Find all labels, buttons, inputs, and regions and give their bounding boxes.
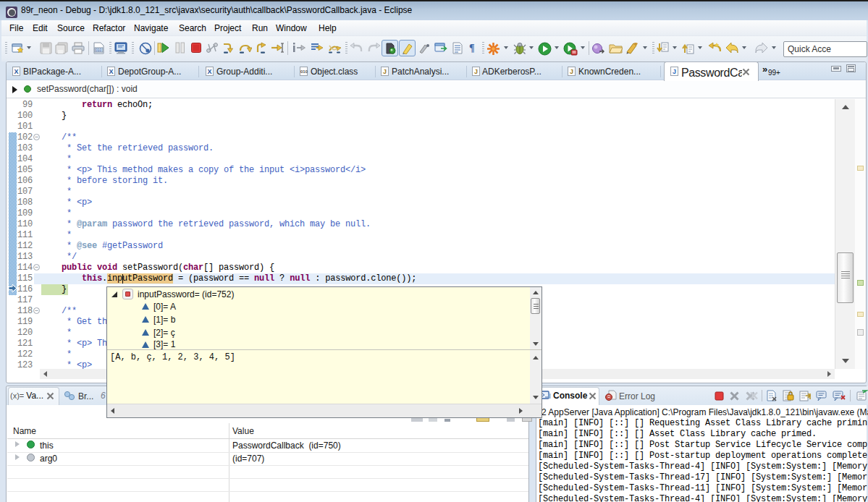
svg-text:¶: ¶ xyxy=(469,43,475,54)
svg-text:010: 010 xyxy=(96,48,102,52)
